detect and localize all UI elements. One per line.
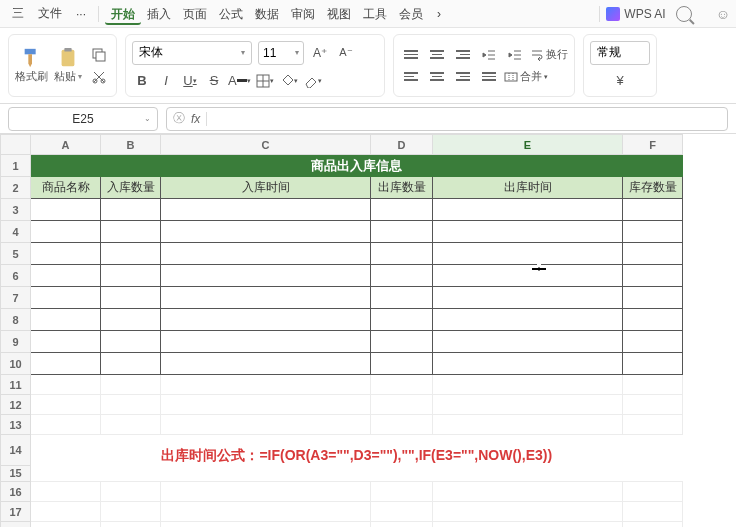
table-header-cell[interactable]: 出库时间 — [433, 177, 623, 199]
data-cell[interactable] — [371, 331, 433, 353]
column-header-B[interactable]: B — [101, 135, 161, 155]
row-header-13[interactable]: 13 — [1, 415, 31, 435]
paste-button[interactable]: 粘贴▾ — [54, 47, 82, 84]
copy-button[interactable] — [88, 45, 110, 65]
data-cell[interactable] — [623, 309, 683, 331]
data-cell[interactable] — [371, 199, 433, 221]
row-header-10[interactable]: 10 — [1, 353, 31, 375]
data-cell[interactable] — [161, 265, 371, 287]
data-cell[interactable] — [623, 265, 683, 287]
empty-cell[interactable] — [161, 415, 371, 435]
empty-cell[interactable] — [623, 415, 683, 435]
more-menu[interactable]: ··· — [70, 5, 92, 23]
column-header-A[interactable]: A — [31, 135, 101, 155]
data-cell[interactable] — [161, 287, 371, 309]
tab-页面[interactable]: 页面 — [177, 5, 213, 23]
data-cell[interactable] — [101, 287, 161, 309]
data-cell[interactable] — [433, 265, 623, 287]
data-cell[interactable] — [101, 331, 161, 353]
data-cell[interactable] — [433, 309, 623, 331]
empty-cell[interactable] — [623, 522, 683, 528]
column-header-F[interactable]: F — [623, 135, 683, 155]
wps-ai-button[interactable]: WPS AI — [606, 7, 665, 21]
empty-cell[interactable] — [31, 502, 101, 522]
search-icon[interactable] — [676, 6, 692, 22]
data-cell[interactable] — [31, 243, 101, 265]
empty-cell[interactable] — [161, 395, 371, 415]
empty-cell[interactable] — [371, 395, 433, 415]
empty-cell[interactable] — [623, 502, 683, 522]
data-cell[interactable] — [31, 199, 101, 221]
wrap-text-button[interactable]: 换行 — [530, 45, 568, 65]
data-cell[interactable] — [371, 265, 433, 287]
empty-cell[interactable] — [623, 482, 683, 502]
empty-cell[interactable] — [31, 415, 101, 435]
data-cell[interactable] — [161, 199, 371, 221]
row-header-18[interactable]: 18 — [1, 522, 31, 528]
data-cell[interactable] — [161, 309, 371, 331]
empty-cell[interactable] — [161, 502, 371, 522]
empty-cell[interactable] — [31, 522, 101, 528]
data-cell[interactable] — [371, 353, 433, 375]
empty-cell[interactable] — [161, 375, 371, 395]
table-header-cell[interactable]: 商品名称 — [31, 177, 101, 199]
tab-数据[interactable]: 数据 — [249, 5, 285, 23]
table-header-cell[interactable]: 入库数量 — [101, 177, 161, 199]
app-menu-icon[interactable]: 三 — [6, 3, 30, 24]
table-header-cell[interactable]: 入库时间 — [161, 177, 371, 199]
row-header-5[interactable]: 5 — [1, 243, 31, 265]
data-cell[interactable] — [623, 221, 683, 243]
formula-input[interactable]: ⓧ fx — [166, 107, 728, 131]
data-cell[interactable] — [371, 287, 433, 309]
column-header-D[interactable]: D — [371, 135, 433, 155]
clear-format-button[interactable]: ▾ — [303, 71, 323, 91]
empty-cell[interactable] — [101, 375, 161, 395]
data-cell[interactable] — [433, 331, 623, 353]
merge-cells-button[interactable]: 合并▾ — [504, 67, 548, 87]
align-top-button[interactable] — [400, 46, 422, 64]
data-cell[interactable] — [161, 243, 371, 265]
data-cell[interactable] — [101, 309, 161, 331]
empty-cell[interactable] — [623, 395, 683, 415]
row-header-8[interactable]: 8 — [1, 309, 31, 331]
empty-cell[interactable] — [101, 502, 161, 522]
empty-cell[interactable] — [31, 395, 101, 415]
row-header-15[interactable]: 15 — [1, 465, 31, 482]
empty-cell[interactable] — [161, 522, 371, 528]
row-header-6[interactable]: 6 — [1, 265, 31, 287]
data-cell[interactable] — [101, 243, 161, 265]
data-cell[interactable] — [101, 199, 161, 221]
align-left-button[interactable] — [400, 68, 422, 86]
tabs-overflow-arrow[interactable]: › — [431, 5, 447, 23]
empty-cell[interactable] — [371, 415, 433, 435]
empty-cell[interactable] — [31, 375, 101, 395]
align-middle-button[interactable] — [426, 46, 448, 64]
data-cell[interactable] — [101, 265, 161, 287]
decrease-indent-button[interactable] — [478, 46, 500, 64]
data-cell[interactable] — [31, 287, 101, 309]
increase-font-button[interactable]: A⁺ — [310, 43, 330, 63]
data-cell[interactable] — [623, 331, 683, 353]
cancel-formula-icon[interactable]: ⓧ — [173, 110, 185, 127]
row-header-2[interactable]: 2 — [1, 177, 31, 199]
number-format-select[interactable]: 常规 — [590, 41, 650, 65]
empty-cell[interactable] — [433, 502, 623, 522]
row-header-16[interactable]: 16 — [1, 482, 31, 502]
row-header-9[interactable]: 9 — [1, 331, 31, 353]
name-box[interactable]: E25 ⌄ — [8, 107, 158, 131]
spreadsheet-grid[interactable]: ABCDEF1商品出入库信息2商品名称入库数量入库时间出库数量出库时间库存数量3… — [0, 134, 736, 527]
tab-视图[interactable]: 视图 — [321, 5, 357, 23]
data-cell[interactable] — [623, 287, 683, 309]
data-cell[interactable] — [31, 309, 101, 331]
currency-button[interactable]: ¥ — [610, 71, 630, 91]
data-cell[interactable] — [161, 331, 371, 353]
sheet-title[interactable]: 商品出入库信息 — [31, 155, 683, 177]
data-cell[interactable] — [433, 243, 623, 265]
cut-button[interactable] — [88, 67, 110, 87]
font-name-select[interactable]: 宋体▾ — [132, 41, 252, 65]
data-cell[interactable] — [433, 287, 623, 309]
tab-插入[interactable]: 插入 — [141, 5, 177, 23]
column-header-E[interactable]: E — [433, 135, 623, 155]
row-header-17[interactable]: 17 — [1, 502, 31, 522]
empty-cell[interactable] — [433, 395, 623, 415]
